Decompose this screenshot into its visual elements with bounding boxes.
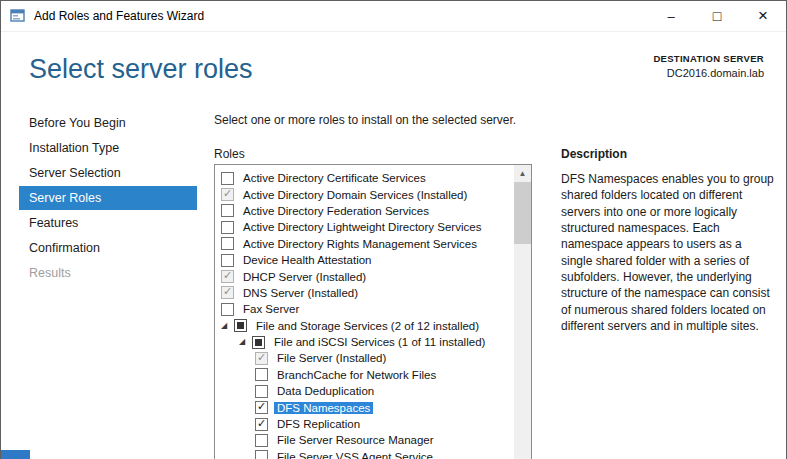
minimize-button[interactable]: – xyxy=(648,1,694,31)
role-label: Active Directory Rights Management Servi… xyxy=(240,238,480,250)
roles-scrollbar[interactable]: ▲ xyxy=(514,165,531,459)
scroll-up-icon: ▲ xyxy=(519,169,527,178)
description-text: DFS Namespaces enables you to group shar… xyxy=(561,171,775,334)
destination-server-name: DC2016.domain.lab xyxy=(653,67,764,79)
role-label: Active Directory Certificate Services xyxy=(240,172,429,184)
role-label: File and Storage Services (2 of 12 insta… xyxy=(253,320,482,332)
role-label: File Server VSS Agent Service xyxy=(274,451,436,459)
role-label: DNS Server (Installed) xyxy=(240,287,361,299)
sidebar-item-confirmation[interactable]: Confirmation xyxy=(19,236,197,260)
role-label: BranchCache for Network Files xyxy=(274,369,439,381)
checkbox-installed[interactable] xyxy=(221,270,234,283)
checkbox-unchecked[interactable] xyxy=(255,385,268,398)
role-row[interactable]: Active Directory Rights Management Servi… xyxy=(215,236,531,252)
page-title: Select server roles xyxy=(29,54,253,85)
role-row[interactable]: File Server Resource Manager xyxy=(215,432,531,448)
role-row[interactable]: BranchCache for Network Files xyxy=(215,367,531,383)
title-bar[interactable]: Add Roles and Features Wizard – □ × xyxy=(1,1,786,32)
role-row[interactable]: DNS Server (Installed) xyxy=(215,285,531,301)
checkbox-unchecked[interactable] xyxy=(221,221,234,234)
role-label: Fax Server xyxy=(240,303,302,315)
checkbox-checked[interactable] xyxy=(255,401,268,414)
checkbox-installed[interactable] xyxy=(255,352,268,365)
role-row[interactable]: Active Directory Certificate Services xyxy=(215,170,531,186)
destination-block: DESTINATION SERVER DC2016.domain.lab xyxy=(653,53,764,79)
role-row[interactable]: Active Directory Lightweight Directory S… xyxy=(215,219,531,235)
role-label: File Server (Installed) xyxy=(274,352,389,364)
role-row[interactable]: ◢File and iSCSI Services (1 of 11 instal… xyxy=(215,334,531,350)
role-row[interactable]: File Server VSS Agent Service xyxy=(215,449,531,459)
role-label: Device Health Attestation xyxy=(240,254,375,266)
roles-list-label: Roles xyxy=(214,147,245,161)
role-row[interactable]: Active Directory Federation Services xyxy=(215,203,531,219)
role-label: File Server Resource Manager xyxy=(274,434,437,446)
sidebar-item-server-selection[interactable]: Server Selection xyxy=(19,161,197,185)
checkbox-unchecked[interactable] xyxy=(221,237,234,250)
checkbox-unchecked[interactable] xyxy=(255,434,268,447)
role-row[interactable]: ◢File and Storage Services (2 of 12 inst… xyxy=(215,318,531,334)
checkbox-installed[interactable] xyxy=(221,286,234,299)
checkbox-unchecked[interactable] xyxy=(221,254,234,267)
checkbox-unchecked[interactable] xyxy=(221,204,234,217)
scroll-up-button[interactable]: ▲ xyxy=(514,165,531,182)
description-heading: Description xyxy=(561,147,627,161)
maximize-button[interactable]: □ xyxy=(694,1,740,31)
maximize-icon: □ xyxy=(713,8,721,24)
sidebar-item-features[interactable]: Features xyxy=(19,211,197,235)
sidebar-item-server-roles[interactable]: Server Roles xyxy=(19,186,197,210)
minimize-icon: – xyxy=(667,9,674,24)
checkbox-unchecked[interactable] xyxy=(255,368,268,381)
role-label: DHCP Server (Installed) xyxy=(240,271,369,283)
role-row[interactable]: DFS Namespaces xyxy=(215,399,531,415)
window-controls: – □ × xyxy=(648,1,786,31)
roles-list: ▲ Active Directory Certificate ServicesA… xyxy=(214,164,532,459)
role-row[interactable]: Active Directory Domain Services (Instal… xyxy=(215,186,531,202)
instruction-text: Select one or more roles to install on t… xyxy=(214,113,516,127)
destination-label: DESTINATION SERVER xyxy=(653,53,764,64)
role-label: Active Directory Federation Services xyxy=(240,205,432,217)
checkbox-unchecked[interactable] xyxy=(221,172,234,185)
role-label: DFS Namespaces xyxy=(274,402,373,414)
role-label: Data Deduplication xyxy=(274,385,377,397)
sidebar-item-results: Results xyxy=(19,261,197,285)
expand-arrow-icon[interactable]: ◢ xyxy=(239,338,252,346)
sidebar-item-installation-type[interactable]: Installation Type xyxy=(19,136,197,160)
role-label: Active Directory Domain Services (Instal… xyxy=(240,189,470,201)
expand-arrow-icon[interactable]: ◢ xyxy=(221,322,234,330)
role-row[interactable]: Fax Server xyxy=(215,301,531,317)
checkbox-unchecked[interactable] xyxy=(221,303,234,316)
checkbox-partial[interactable] xyxy=(252,336,265,349)
role-label: File and iSCSI Services (1 of 11 install… xyxy=(271,336,488,348)
role-row[interactable]: Device Health Attestation xyxy=(215,252,531,268)
checkbox-unchecked[interactable] xyxy=(255,450,268,459)
role-row[interactable]: DHCP Server (Installed) xyxy=(215,268,531,284)
close-button[interactable]: × xyxy=(740,1,786,31)
sidebar-nav: Before You BeginInstallation TypeServer … xyxy=(19,111,197,286)
role-row[interactable]: DFS Replication xyxy=(215,416,531,432)
role-label: DFS Replication xyxy=(274,418,363,430)
window-title: Add Roles and Features Wizard xyxy=(34,9,204,23)
role-label: Active Directory Lightweight Directory S… xyxy=(240,221,484,233)
wizard-window-icon xyxy=(10,8,26,24)
checkbox-installed[interactable] xyxy=(221,188,234,201)
role-row[interactable]: Data Deduplication xyxy=(215,383,531,399)
sidebar-item-before-you-begin[interactable]: Before You Begin xyxy=(19,111,197,135)
checkbox-partial[interactable] xyxy=(234,319,247,332)
taskbar-fragment xyxy=(1,450,30,459)
checkbox-checked[interactable] xyxy=(255,418,268,431)
close-icon: × xyxy=(758,6,768,26)
scrollbar-thumb[interactable] xyxy=(514,182,531,244)
role-row[interactable]: File Server (Installed) xyxy=(215,350,531,366)
